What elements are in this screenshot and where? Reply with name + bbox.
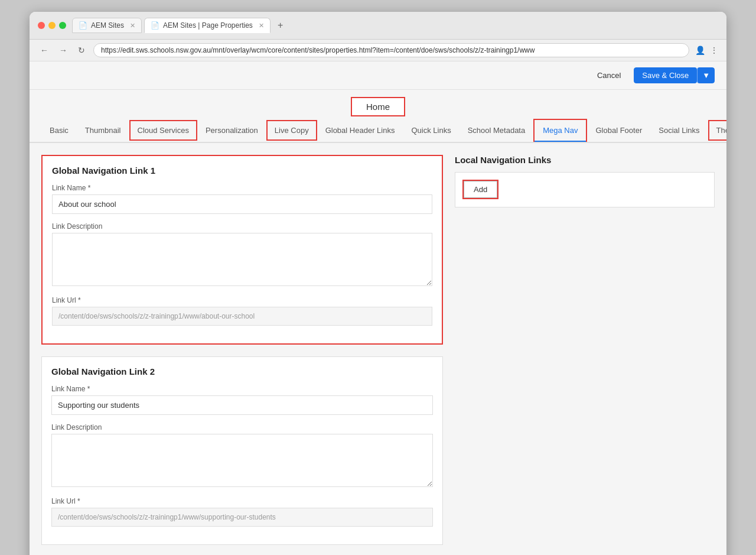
link-url-2-label: Link Url * <box>51 497 433 505</box>
save-close-button[interactable]: Save & Close <box>634 67 697 83</box>
global-nav-link-2-section: Global Navigation Link 2 Link Name * Lin… <box>41 356 443 545</box>
tab-close-1[interactable]: ✕ <box>130 22 135 30</box>
link-desc-1-textarea[interactable] <box>52 233 432 286</box>
tab-live-copy[interactable]: Live Copy <box>266 120 317 141</box>
link-desc-2-field: Link Description <box>51 423 433 489</box>
link-name-2-input[interactable] <box>51 395 433 415</box>
link-name-2-label: Link Name * <box>51 385 433 393</box>
link-url-1-field: Link Url * /content/doe/sws/schools/z/z-… <box>52 296 432 326</box>
reload-button[interactable]: ↻ <box>76 44 87 56</box>
new-tab-button[interactable]: + <box>273 18 288 33</box>
link-url-2-field: Link Url * /content/doe/sws/schools/z/z-… <box>51 497 433 527</box>
browser-tab-1[interactable]: 📄 AEM Sites ✕ <box>72 18 142 33</box>
link-desc-1-field: Link Description <box>52 222 432 288</box>
link-name-1-label: Link Name * <box>52 184 432 192</box>
link-url-2-value: /content/doe/sws/schools/z/z-trainingp1/… <box>51 508 433 527</box>
local-nav-header: Local Navigation Links <box>455 155 715 165</box>
address-input[interactable] <box>93 43 689 57</box>
profile-icon: 👤 <box>695 46 705 55</box>
home-label: Home <box>351 97 405 116</box>
link-url-1-value: /content/doe/sws/schools/z/z-trainingp1/… <box>52 307 432 326</box>
global-nav-link-1-title: Global Navigation Link 1 <box>52 165 432 176</box>
tab-label-1: AEM Sites <box>91 21 124 30</box>
nav-tabs: Basic Thumbnail Cloud Services Personali… <box>30 119 726 143</box>
tab-icon-2: 📄 <box>151 21 159 30</box>
link-name-1-input[interactable] <box>52 194 432 214</box>
tab-thumbnail[interactable]: Thumbnail <box>77 120 129 141</box>
tab-theme[interactable]: Theme <box>708 120 726 141</box>
tab-label-2: AEM Sites | Page Properties <box>163 21 253 30</box>
tab-global-header-links[interactable]: Global Header Links <box>317 120 403 141</box>
tab-social-links[interactable]: Social Links <box>650 120 708 141</box>
left-panel: Global Navigation Link 1 Link Name * Lin… <box>41 155 443 555</box>
global-nav-link-1-section: Global Navigation Link 1 Link Name * Lin… <box>41 155 443 345</box>
address-icons: 👤 ⋮ <box>695 46 718 55</box>
main-content: Global Navigation Link 1 Link Name * Lin… <box>30 143 726 555</box>
link-desc-2-label: Link Description <box>51 423 433 431</box>
menu-icon[interactable]: ⋮ <box>710 46 718 55</box>
top-action-bar: Cancel Save & Close ▼ <box>30 61 726 90</box>
close-traffic-light[interactable] <box>38 22 45 29</box>
tab-basic[interactable]: Basic <box>41 120 77 141</box>
tab-cloud-services[interactable]: Cloud Services <box>129 120 197 141</box>
tab-school-metadata[interactable]: School Metadata <box>460 120 534 141</box>
tab-close-2[interactable]: ✕ <box>259 22 264 30</box>
back-button[interactable]: ← <box>38 44 51 56</box>
tab-bar: 📄 AEM Sites ✕ 📄 AEM Sites | Page Propert… <box>72 18 718 33</box>
link-desc-2-textarea[interactable] <box>51 434 433 487</box>
cancel-button[interactable]: Cancel <box>590 67 628 83</box>
home-heading: Home <box>30 90 726 116</box>
link-name-2-field: Link Name * <box>51 385 433 415</box>
address-bar: ← → ↻ 👤 ⋮ <box>30 40 726 61</box>
minimize-traffic-light[interactable] <box>48 22 56 29</box>
title-bar: 📄 AEM Sites ✕ 📄 AEM Sites | Page Propert… <box>30 12 726 40</box>
link-desc-1-label: Link Description <box>52 222 432 231</box>
traffic-lights <box>38 22 66 29</box>
page-content: Cancel Save & Close ▼ Home Basic Thumbna… <box>30 61 726 555</box>
browser-tab-2[interactable]: 📄 AEM Sites | Page Properties ✕ <box>144 18 271 33</box>
link-name-1-field: Link Name * <box>52 184 432 214</box>
tab-icon-1: 📄 <box>79 21 87 30</box>
add-button[interactable]: Add <box>464 181 497 198</box>
tab-personalization[interactable]: Personalization <box>197 120 266 141</box>
right-panel: Local Navigation Links Add <box>455 155 715 555</box>
local-nav-area: Add <box>455 172 715 207</box>
save-close-arrow-button[interactable]: ▼ <box>697 67 715 83</box>
tab-mega-nav[interactable]: Mega Nav <box>533 119 587 142</box>
link-url-1-label: Link Url * <box>52 296 432 304</box>
tab-global-footer[interactable]: Global Footer <box>587 120 650 141</box>
browser-window: 📄 AEM Sites ✕ 📄 AEM Sites | Page Propert… <box>30 12 726 555</box>
forward-button[interactable]: → <box>57 44 70 56</box>
maximize-traffic-light[interactable] <box>59 22 66 29</box>
save-close-group: Save & Close ▼ <box>634 67 715 83</box>
tab-quick-links[interactable]: Quick Links <box>403 120 459 141</box>
global-nav-link-2-title: Global Navigation Link 2 <box>51 366 433 377</box>
